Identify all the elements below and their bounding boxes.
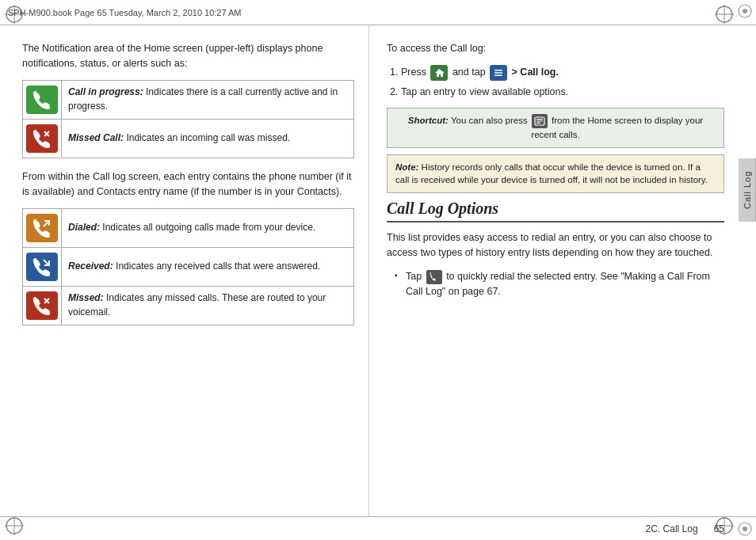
section-paragraph: This list provides easy access to redial… xyxy=(387,230,724,261)
svg-rect-24 xyxy=(494,74,502,76)
dialed-desc: Indicates all outgoing calls made from y… xyxy=(102,222,315,233)
table-row: Received: Indicates any received calls t… xyxy=(23,247,354,286)
svg-line-19 xyxy=(44,260,49,265)
call-in-progress-icon xyxy=(26,86,58,114)
step-2-text: Tap an entry to view available options. xyxy=(401,86,568,97)
redial-icon xyxy=(426,270,442,284)
missed-call-desc: Indicates an incoming call was missed. xyxy=(126,132,290,143)
note-text: History records only calls that occur wh… xyxy=(395,162,708,185)
list-item: Tap to quickly redial the selected entry… xyxy=(395,269,724,300)
access-steps: Press and tap > Call log. xyxy=(387,64,724,100)
missed-icon-cell xyxy=(23,286,62,325)
note-label: Note: xyxy=(395,162,422,172)
content-area: The Notification area of the Home screen… xyxy=(0,25,739,516)
shortcut-label: Shortcut: xyxy=(408,116,449,125)
shortcut-note-box: Shortcut: You can also press from the Ho… xyxy=(387,108,724,148)
received-label: Received: xyxy=(68,260,113,272)
dialed-icon xyxy=(26,214,58,242)
middle-paragraph: From within the Call log screen, each en… xyxy=(22,169,354,200)
step-1-calllog: > Call log. xyxy=(512,67,559,78)
received-text: Received: Indicates any received calls t… xyxy=(62,247,354,286)
missed-desc: Indicates any missed calls. These are ro… xyxy=(68,292,326,317)
call-in-progress-icon-cell xyxy=(23,80,62,119)
menu-button-icon xyxy=(490,65,507,81)
missed-call-text: Missed Call: Indicates an incoming call … xyxy=(62,119,354,158)
received-icon xyxy=(26,253,58,281)
footer-label: 2C. Call Log xyxy=(646,523,698,534)
step-2: Tap an entry to view available options. xyxy=(401,84,724,100)
step-1-press: Press xyxy=(401,67,429,78)
dialed-label: Dialed: xyxy=(68,222,100,233)
call-log-bullet-list: Tap to quickly redial the selected entry… xyxy=(387,269,724,300)
step-1-tap: and tap xyxy=(452,67,488,78)
table-row: Missed: Indicates any missed calls. Thes… xyxy=(23,286,354,325)
left-column: The Notification area of the Home screen… xyxy=(0,25,369,516)
svg-rect-28 xyxy=(536,123,540,124)
call-log-options-heading: Call Log Options xyxy=(387,200,724,222)
table-row: Call in progress: Indicates there is a c… xyxy=(23,80,354,119)
missed-call-icon-cell xyxy=(23,119,62,158)
missed-label: Missed: xyxy=(68,292,104,303)
shortcut-icon xyxy=(532,114,548,128)
header-text: SPH-M900.book Page 65 Tuesday, March 2, … xyxy=(8,8,242,17)
missed-text: Missed: Indicates any missed calls. Thes… xyxy=(62,286,354,325)
call-type-icon-table: Dialed: Indicates all outgoing calls mad… xyxy=(22,208,354,325)
received-icon-cell xyxy=(23,247,62,286)
svg-rect-23 xyxy=(494,72,502,74)
bullet-tap: Tap xyxy=(406,271,425,282)
missed-icon xyxy=(26,291,58,320)
svg-rect-26 xyxy=(536,119,543,120)
missed-call-label: Missed Call: xyxy=(68,132,124,143)
footer-bar: 2C. Call Log 65 xyxy=(0,516,756,540)
header-bar: SPH-M900.book Page 65 Tuesday, March 2, … xyxy=(0,0,756,25)
svg-rect-22 xyxy=(494,70,502,71)
call-status-icon-table: Call in progress: Indicates there is a c… xyxy=(22,80,354,158)
right-column: To access the Call log: Press and tap xyxy=(369,25,739,516)
home-button-icon xyxy=(430,65,448,81)
bullet-text: to quickly redial the selected entry. Se… xyxy=(406,271,710,297)
side-tab: Call Log xyxy=(739,158,756,222)
table-row: Dialed: Indicates all outgoing calls mad… xyxy=(23,208,354,247)
svg-line-18 xyxy=(44,221,49,226)
table-row: Missed Call: Indicates an incoming call … xyxy=(23,119,354,158)
shortcut-text2: from the Home screen to display your rec… xyxy=(531,116,703,139)
call-in-progress-text: Call in progress: Indicates there is a c… xyxy=(62,80,354,119)
footer-page: 65 xyxy=(714,523,724,534)
access-intro: To access the Call log: xyxy=(387,41,724,56)
received-desc: Indicates any received calls that were a… xyxy=(116,260,320,272)
note-box: Note: History records only calls that oc… xyxy=(387,154,724,193)
missed-call-icon xyxy=(26,124,58,153)
intro-paragraph: The Notification area of the Home screen… xyxy=(22,41,354,72)
svg-rect-27 xyxy=(536,120,543,121)
shortcut-text: You can also press xyxy=(451,116,530,125)
step-1: Press and tap > Call log. xyxy=(401,64,724,81)
dialed-icon-cell xyxy=(23,208,62,247)
dialed-text: Dialed: Indicates all outgoing calls mad… xyxy=(62,208,354,247)
call-in-progress-label: Call in progress: xyxy=(68,86,143,97)
